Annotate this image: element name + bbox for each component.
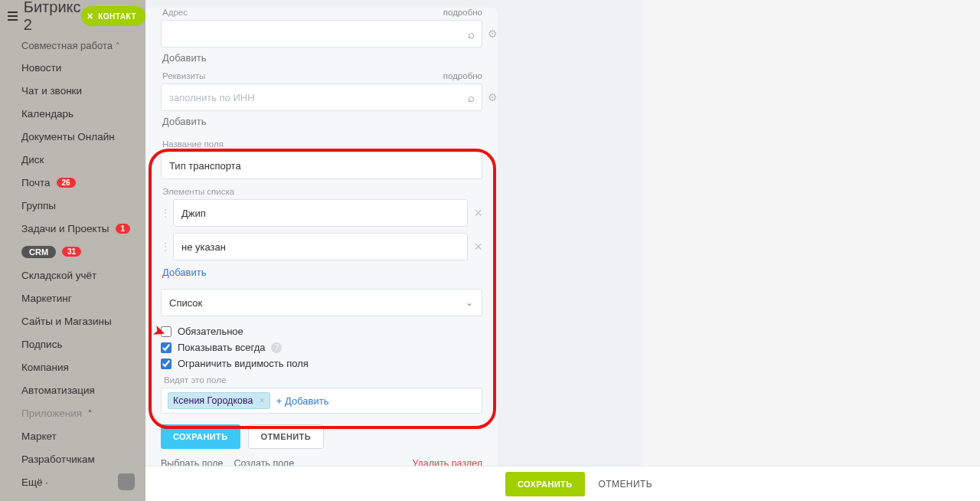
user-tag: Ксения Городкова × xyxy=(168,392,270,409)
sidebar-item[interactable]: Почта26 xyxy=(0,171,145,194)
fieldtype-select[interactable] xyxy=(161,289,482,316)
create-field-link[interactable]: Создать поле xyxy=(234,458,294,466)
sidebar-item-label: Маркетинг xyxy=(21,293,72,304)
sidebar-item[interactable]: Компания xyxy=(0,355,145,378)
sidebar-item[interactable]: Сайты и Магазины xyxy=(0,309,145,332)
list-item: ⋮⋮× xyxy=(161,233,482,260)
visibleto-box[interactable]: Ксения Городкова × + Добавить xyxy=(161,388,482,414)
requisites-input[interactable] xyxy=(161,84,482,111)
footer-save-button[interactable]: СОХРАНИТЬ xyxy=(505,472,585,496)
hamburger-icon[interactable] xyxy=(8,11,18,21)
crm-chip: CRM xyxy=(21,246,56,258)
sidebar-item-label: Задачи и Проекты xyxy=(21,223,109,234)
add-listitem-link[interactable]: Добавить xyxy=(162,267,482,278)
remove-listitem-icon[interactable]: × xyxy=(474,239,482,255)
listitem-input[interactable] xyxy=(173,233,468,260)
main-area: Адрес подробно ⌕ ⚙ Добавить Реквизиты по… xyxy=(145,0,980,501)
check-always-show[interactable]: Показывать всегда ? xyxy=(161,342,482,353)
sidebar-item-label: Группы xyxy=(21,200,56,211)
sidebar-item-label: Почта xyxy=(21,177,51,188)
sidebar-item-label: Компания xyxy=(21,362,69,373)
sidebar-item[interactable]: Маркет xyxy=(0,424,145,447)
sidebar-item-label: Диск xyxy=(21,154,44,165)
link-details[interactable]: подробно xyxy=(443,71,482,80)
sidebar-item[interactable]: Разработчикам xyxy=(0,447,145,470)
sidebar-item-label: Складской учёт xyxy=(21,270,96,281)
sidebar-item-label: Ещё · xyxy=(21,476,48,488)
help-icon[interactable]: ? xyxy=(271,342,282,353)
listitem-input[interactable] xyxy=(173,199,468,227)
cancel-field-button[interactable]: ОТМЕНИТЬ xyxy=(248,424,324,449)
check-always-show-box[interactable] xyxy=(161,342,172,353)
remove-tag-icon[interactable]: × xyxy=(259,395,264,406)
sidebar-item-label: Чат и звонки xyxy=(21,85,82,97)
badge: 31 xyxy=(62,247,81,257)
footer-cancel-button[interactable]: ОТМЕНИТЬ xyxy=(599,479,652,490)
save-field-button[interactable]: СОХРАНИТЬ xyxy=(161,424,240,449)
sidebar-item[interactable]: Диск xyxy=(0,148,145,171)
address-input[interactable] xyxy=(161,20,482,47)
footer-bar: СОХРАНИТЬ ОТМЕНИТЬ xyxy=(145,466,980,501)
link-details[interactable]: подробно xyxy=(443,8,482,17)
list-item: ⋮⋮× xyxy=(161,199,482,227)
brand-title: Битрикс 2 xyxy=(24,0,81,34)
sidebar-item[interactable]: CRM31 xyxy=(0,240,145,264)
gear-icon[interactable]: ⚙ xyxy=(488,28,498,40)
add-address-link[interactable]: Добавить xyxy=(162,52,482,64)
disk-indicator-icon[interactable] xyxy=(118,473,135,490)
sidebar-item-label: Сайты и Магазины xyxy=(21,316,112,327)
remove-listitem-icon[interactable]: × xyxy=(474,205,482,221)
field-label-address: Адрес подробно xyxy=(162,8,482,17)
fieldname-input[interactable] xyxy=(161,152,482,179)
add-visibleto-link[interactable]: + Добавить xyxy=(276,395,329,407)
sidebar-item[interactable]: Подпись xyxy=(0,332,145,355)
check-restrict-box[interactable] xyxy=(161,359,172,369)
delete-section-link[interactable]: Удалить раздел xyxy=(412,458,482,466)
sidebar-item-label: Автоматизация xyxy=(21,385,95,396)
sidebar-item-label: Календарь xyxy=(21,108,74,120)
contact-pill[interactable]: × КОНТАКТ xyxy=(81,6,145,26)
sidebar-item[interactable]: Маркетинг xyxy=(0,287,145,309)
sidebar-nav: НовостиЧат и звонкиКалендарьДокументы Он… xyxy=(0,56,145,493)
sidebar-item[interactable]: Автоматизация xyxy=(0,378,145,401)
field-label-listitems: Элементы списка xyxy=(162,187,482,196)
badge: 1 xyxy=(116,224,131,234)
sidebar-item[interactable]: Календарь xyxy=(0,102,145,125)
sidebar-item[interactable]: Группы xyxy=(0,194,145,217)
sidebar-item-label: Документы Онлайн xyxy=(21,131,115,142)
sidebar-item[interactable]: Чат и звонки xyxy=(0,79,145,102)
sidebar-item-label: Разработчикам xyxy=(21,454,95,465)
chevron-up-icon: ˄ xyxy=(116,41,119,50)
gear-icon[interactable]: ⚙ xyxy=(488,91,498,103)
field-label-fieldname: Название поля xyxy=(162,139,482,149)
sidebar-item[interactable]: Приложения ˄ xyxy=(0,401,145,424)
sidebar-item-label: Маркет xyxy=(21,431,57,442)
sidebar-item[interactable]: Задачи и Проекты1 xyxy=(0,217,145,240)
visibleto-label: Видят это поле xyxy=(164,375,482,385)
sidebar: Битрикс 2 × КОНТАКТ Совместная работа ˄ … xyxy=(0,0,145,501)
sidebar-item[interactable]: Складской учёт xyxy=(0,264,145,287)
sidebar-group[interactable]: Совместная работа ˄ xyxy=(0,32,145,56)
check-restrict-visibility[interactable]: Ограничить видимость поля xyxy=(161,358,482,369)
select-field-link[interactable]: Выбрать поле xyxy=(161,458,224,466)
pill-label: КОНТАКТ xyxy=(98,12,136,21)
sidebar-item[interactable]: Документы Онлайн xyxy=(0,125,145,148)
sidebar-item-label: Новости xyxy=(21,62,61,74)
sidebar-item[interactable]: Новости xyxy=(0,56,145,79)
form-card: Адрес подробно ⌕ ⚙ Добавить Реквизиты по… xyxy=(145,8,498,466)
check-required[interactable]: Обязательное xyxy=(161,326,482,337)
sidebar-item-label: Подпись xyxy=(21,339,62,350)
add-requisites-link[interactable]: Добавить xyxy=(162,116,482,127)
drag-handle-icon[interactable]: ⋮⋮ xyxy=(161,208,168,218)
field-label-requisites: Реквизиты подробно xyxy=(162,71,482,80)
form-scroll[interactable]: Адрес подробно ⌕ ⚙ Добавить Реквизиты по… xyxy=(145,0,643,466)
sidebar-item-label: Приложения xyxy=(21,408,82,419)
close-icon[interactable]: × xyxy=(87,10,94,22)
badge: 26 xyxy=(57,178,76,188)
drag-handle-icon[interactable]: ⋮⋮ xyxy=(161,241,168,252)
